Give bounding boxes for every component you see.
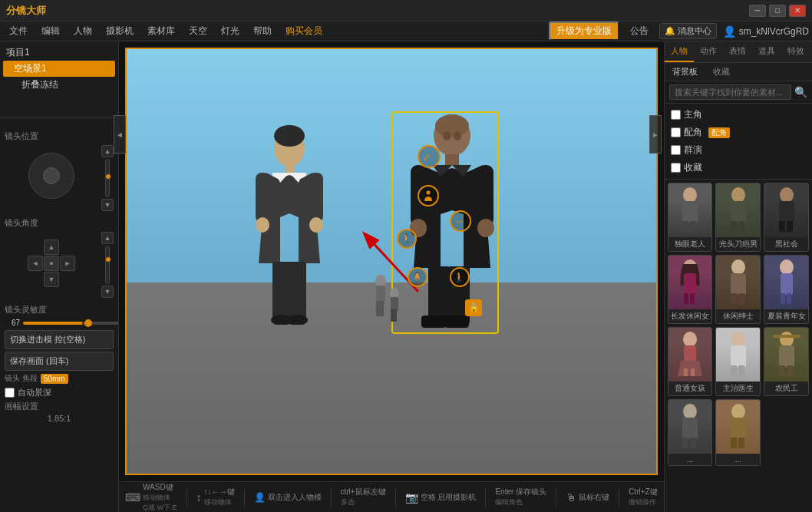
cat-collection-label: 收藏 bbox=[684, 161, 702, 174]
cam-angle-right[interactable]: ► bbox=[60, 256, 75, 271]
statusbar: ⌨ WASD键 移动物体 Q减 W下 E ↕ ↑↓←→键 移动物体 👤 双击进入… bbox=[119, 481, 664, 512]
wasd-sub2: Q减 W下 E bbox=[143, 503, 177, 513]
action-figure-left-icon[interactable]: 🚶 bbox=[397, 229, 417, 249]
maximize-button[interactable]: □ bbox=[769, 5, 786, 17]
nav-prev-button[interactable]: ◄ bbox=[114, 115, 126, 154]
enter-sub: 编辑角色 bbox=[495, 497, 546, 507]
action-move-icon[interactable]: ⤢ bbox=[418, 145, 441, 168]
asset-partial2[interactable]: ... bbox=[715, 399, 761, 466]
asset-girl[interactable]: 普通女孩 bbox=[668, 327, 713, 396]
subtab-favorites[interactable]: 收藏 bbox=[705, 63, 738, 81]
asset-casual[interactable]: 休闲绅士 bbox=[715, 255, 761, 324]
upgrade-button[interactable]: 升级为专业版 bbox=[549, 21, 619, 41]
character-left[interactable] bbox=[243, 125, 335, 325]
ad-button[interactable]: 公告 bbox=[626, 23, 653, 39]
menu-light[interactable]: 灯光 bbox=[215, 22, 246, 40]
cam-angle-slider[interactable] bbox=[105, 246, 110, 284]
divider4 bbox=[395, 488, 396, 507]
cat-supporting[interactable]: 配角 配角 bbox=[671, 124, 806, 140]
tab-expression[interactable]: 表情 bbox=[723, 41, 752, 62]
cat-protagonist-checkbox[interactable] bbox=[671, 110, 681, 120]
svg-rect-81 bbox=[682, 418, 698, 439]
cam-angle-down2[interactable]: ▼ bbox=[101, 286, 114, 298]
tab-props[interactable]: 道具 bbox=[752, 41, 781, 62]
action-figure-bottom-icon[interactable]: 🧍 bbox=[408, 267, 427, 287]
tree-item-scene1[interactable]: 空场景1 bbox=[3, 61, 115, 77]
cat-collection-checkbox[interactable] bbox=[671, 163, 681, 173]
lock-badge[interactable]: 🔒 bbox=[465, 299, 482, 316]
tab-character[interactable]: 人物 bbox=[665, 41, 694, 62]
menu-edit[interactable]: 编辑 bbox=[35, 22, 66, 40]
tree-item-frozen[interactable]: 折叠冻结 bbox=[3, 77, 115, 93]
action-person-icon[interactable] bbox=[418, 185, 439, 206]
asset-doctor[interactable]: 主治医生 bbox=[715, 327, 761, 396]
cam-angle-up2[interactable]: ▲ bbox=[101, 232, 114, 244]
notification-area[interactable]: 🔔 消息中心 bbox=[659, 23, 717, 39]
tab-action[interactable]: 动作 bbox=[694, 41, 723, 62]
cat-protagonist[interactable]: 主角 bbox=[671, 107, 806, 123]
menu-file[interactable]: 文件 bbox=[3, 22, 34, 40]
right-search-area: 🔍 bbox=[665, 81, 812, 104]
asset-gang[interactable]: 黑社会 bbox=[764, 183, 809, 252]
cat-supporting-badge: 配角 bbox=[708, 127, 730, 138]
menu-character[interactable]: 人物 bbox=[68, 22, 98, 40]
arrows-icon: ↕ bbox=[196, 491, 202, 504]
save-frame-button[interactable]: 保存画面 (回车) bbox=[5, 352, 114, 371]
subtab-background[interactable]: 背景板 bbox=[665, 63, 705, 81]
asset-fashion[interactable]: 夏装青年女 bbox=[764, 255, 809, 324]
viewport[interactable]: ⤢ 🚶 ↔ 🧍 bbox=[125, 48, 658, 475]
user-avatar-icon: 👤 bbox=[723, 25, 736, 38]
asset-longhair[interactable]: 长发休闲女 bbox=[668, 255, 713, 324]
cam-down-button[interactable]: ▼ bbox=[101, 199, 114, 211]
camera-position-joystick[interactable] bbox=[28, 153, 74, 199]
move-label: ↑↓←→键 bbox=[204, 487, 235, 497]
menu-sky[interactable]: 天空 bbox=[183, 22, 213, 40]
action-rotate-icon[interactable]: ↔ bbox=[450, 210, 471, 232]
asset-partial1[interactable]: ... bbox=[668, 399, 713, 466]
svg-rect-50 bbox=[738, 221, 744, 232]
cat-crowd[interactable]: 群演 bbox=[671, 142, 806, 158]
cat-supporting-checkbox[interactable] bbox=[671, 127, 681, 137]
menu-camera[interactable]: 摄影机 bbox=[100, 22, 140, 40]
asset-soldier[interactable]: 光头刀疤男 bbox=[715, 183, 761, 252]
menu-subscribe[interactable]: 购买会员 bbox=[279, 22, 328, 40]
asset-farmer[interactable]: 农民工 bbox=[764, 327, 809, 396]
asset-row-2: 长发休闲女 休闲绅士 bbox=[668, 255, 809, 324]
svg-rect-83 bbox=[690, 438, 696, 448]
auto-depth-checkbox[interactable] bbox=[5, 388, 15, 398]
move-status: ↕ ↑↓←→键 移动物体 bbox=[196, 487, 235, 507]
cam-vertical-slider[interactable] bbox=[105, 159, 110, 197]
search-icon[interactable]: 🔍 bbox=[794, 86, 807, 98]
tree-item-project[interactable]: 项目1 bbox=[3, 45, 115, 61]
cam-angle-up[interactable]: ▲ bbox=[44, 239, 59, 255]
menu-assets[interactable]: 素材库 bbox=[141, 22, 181, 40]
asset-grid: 独眼老人 光头刀疤男 bbox=[665, 180, 812, 512]
menu-help[interactable]: 帮助 bbox=[247, 22, 278, 40]
sky-bg bbox=[127, 49, 656, 282]
right-nav-arrow[interactable]: ► bbox=[649, 115, 662, 154]
svg-rect-87 bbox=[738, 438, 744, 448]
minimize-button[interactable]: ─ bbox=[749, 5, 766, 17]
svg-rect-33 bbox=[380, 301, 384, 316]
asset-gang-label: 黑社会 bbox=[764, 237, 808, 251]
cam-angle-left[interactable]: ◄ bbox=[28, 256, 43, 271]
wasd-sub: 移动物体 bbox=[143, 493, 177, 503]
cat-collection[interactable]: 收藏 bbox=[671, 160, 806, 176]
cat-crowd-checkbox[interactable] bbox=[671, 145, 681, 155]
svg-rect-86 bbox=[731, 438, 737, 448]
asset-elderly[interactable]: 独眼老人 bbox=[668, 183, 713, 252]
switch-control-button[interactable]: 切换进击模 控(空格) bbox=[5, 330, 114, 349]
svg-rect-49 bbox=[731, 221, 737, 232]
svg-rect-36 bbox=[391, 309, 394, 322]
svg-rect-76 bbox=[773, 335, 800, 338]
tab-effects[interactable]: 特效 bbox=[781, 41, 810, 62]
cam-angle-down[interactable]: ▼ bbox=[44, 272, 59, 287]
cam-up-button[interactable]: ▲ bbox=[101, 145, 114, 157]
close-button[interactable]: ✕ bbox=[789, 5, 806, 17]
ctrlz-label: Ctrl+Z键 bbox=[629, 487, 658, 497]
cam-angle-center[interactable]: ● bbox=[44, 256, 59, 271]
svg-rect-56 bbox=[684, 273, 696, 295]
sensitivity-slider[interactable] bbox=[23, 322, 118, 325]
search-input[interactable] bbox=[669, 84, 791, 100]
action-figure-right-icon[interactable]: 🚶 bbox=[450, 267, 470, 287]
